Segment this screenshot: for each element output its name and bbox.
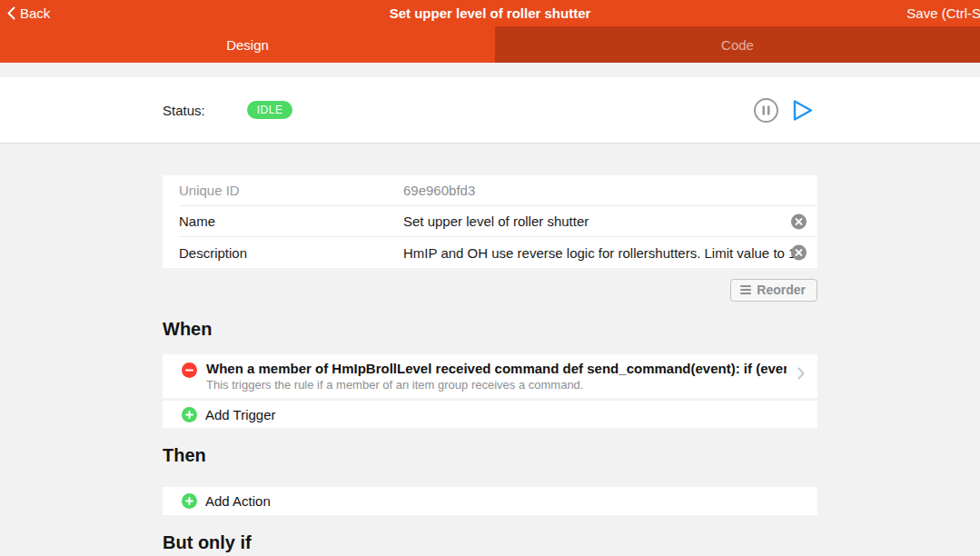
content-column: Unique ID 69e960bfd3 Name Set upper leve… xyxy=(163,175,817,556)
status-label: Status: xyxy=(163,103,205,118)
delete-trigger-icon[interactable] xyxy=(182,362,197,378)
tab-design[interactable]: Design xyxy=(0,26,495,63)
tab-bar: Design Code xyxy=(0,26,980,63)
top-navbar: Back Set upper level of roller shutter S… xyxy=(0,0,980,26)
description-row: Description HmIP and OH use reverse logi… xyxy=(163,237,817,268)
trigger-subtitle: This triggers the rule if a member of an… xyxy=(206,378,787,392)
name-field[interactable]: Set upper level of roller shutter xyxy=(403,206,817,236)
trigger-list: When a member of HmIpBrollLevel received… xyxy=(163,354,817,398)
reorder-icon xyxy=(740,285,751,294)
add-action-button[interactable]: Add Action xyxy=(163,487,817,515)
reorder-button[interactable]: Reorder xyxy=(730,279,817,302)
add-trigger-label: Add Trigger xyxy=(205,407,276,422)
name-row: Name Set upper level of roller shutter xyxy=(163,206,817,237)
plus-icon xyxy=(182,407,197,422)
tab-code[interactable]: Code xyxy=(495,26,980,63)
play-icon xyxy=(792,98,814,123)
pause-button[interactable] xyxy=(753,97,779,124)
rule-editor-page: Back Set upper level of roller shutter S… xyxy=(0,0,980,556)
chevron-right-icon xyxy=(797,367,805,380)
unique-id-label: Unique ID xyxy=(179,183,403,198)
description-label: Description xyxy=(179,245,403,261)
unique-id-value: 69e960bfd3 xyxy=(403,175,817,205)
status-badge: IDLE xyxy=(247,101,293,119)
trigger-item[interactable]: When a member of HmIpBrollLevel received… xyxy=(163,354,817,398)
clear-name-icon[interactable] xyxy=(791,213,807,229)
reorder-label: Reorder xyxy=(757,283,806,297)
then-heading: Then xyxy=(163,445,817,472)
but-only-if-heading: But only if xyxy=(163,532,817,556)
run-controls xyxy=(753,97,817,124)
pause-icon xyxy=(753,97,779,124)
trigger-title: When a member of HmIpBrollLevel received… xyxy=(206,361,787,376)
when-heading: When xyxy=(163,319,817,345)
rule-properties-card: Unique ID 69e960bfd3 Name Set upper leve… xyxy=(163,175,817,268)
unique-id-row: Unique ID 69e960bfd3 xyxy=(163,175,817,206)
add-trigger-button[interactable]: Add Trigger xyxy=(163,401,817,428)
run-button[interactable] xyxy=(792,98,814,123)
page-title: Set upper level of roller shutter xyxy=(0,0,980,26)
reorder-row: Reorder xyxy=(163,279,817,302)
add-action-label: Add Action xyxy=(205,493,271,509)
description-field[interactable]: HmIP and OH use reverse logic for roller… xyxy=(403,237,817,268)
save-button[interactable]: Save (Ctrl-S) xyxy=(906,0,980,26)
plus-icon xyxy=(182,493,197,509)
name-label: Name xyxy=(179,213,403,229)
clear-description-icon[interactable] xyxy=(791,245,807,261)
status-panel: Status: IDLE xyxy=(0,77,980,144)
trigger-texts: When a member of HmIpBrollLevel received… xyxy=(206,361,787,392)
